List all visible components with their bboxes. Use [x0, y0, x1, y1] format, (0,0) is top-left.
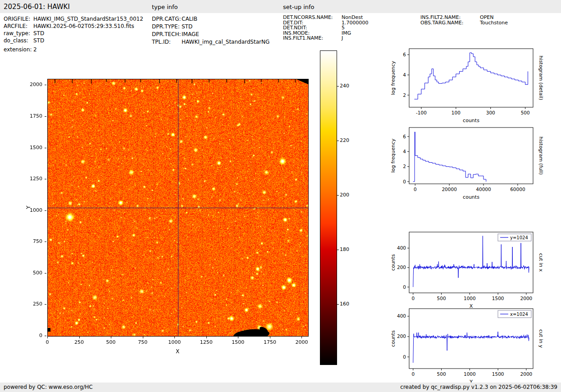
y-tick-label: 4: [403, 72, 406, 77]
x-tick-label: 250: [71, 339, 87, 345]
legend-label: y=1024: [510, 235, 528, 240]
x-tick-label: 0: [39, 339, 55, 345]
info-label: extension:: [4, 46, 33, 53]
y-tick-mark: [45, 242, 46, 242]
x-tick-label: 2000: [520, 371, 533, 377]
page-title: 2025-06-01: HAWKI: [4, 3, 70, 11]
cut-in-x-plot: 05001000150020000200400y=1024countscut i…: [388, 227, 545, 315]
y-axis-label: counts: [390, 330, 396, 347]
y-tick-label: 200: [397, 264, 406, 270]
info-label: DET.NCORRS.NAME:: [283, 15, 342, 20]
x-tick-label: 300: [486, 110, 495, 115]
x-tick-label: 1000: [464, 296, 476, 301]
y-tick-mark: [45, 336, 46, 336]
x-tick-label: 20000: [442, 187, 456, 192]
colorbar-tick-label: 200: [340, 192, 349, 198]
y-axis-label: log frequency: [390, 61, 396, 95]
info-value: J: [342, 35, 343, 41]
info-value: 1.7000000: [342, 20, 369, 26]
x-tick-label: 1500: [492, 296, 504, 301]
x-tick-label: 40000: [476, 187, 491, 192]
y-tick-label: 0: [26, 333, 42, 338]
x-tick-label: 2000: [520, 296, 533, 301]
x-tick-label: 500: [437, 371, 446, 377]
histogram-full-svg: 02000040000600000246log frequencyhistogr…: [388, 122, 545, 204]
y-tick-label: 500: [26, 270, 42, 276]
plot-right-title: histogram (full): [538, 137, 544, 175]
info-label: DET.NDIT:: [283, 25, 342, 31]
y-tick-label: 1000: [26, 207, 42, 213]
colorbar-tick-label: 220: [340, 137, 349, 143]
info-value: HAWKI_IMG_STD_StandardStar153_0012: [33, 16, 143, 22]
x-tick-mark: [47, 337, 48, 338]
type-info-heading: type info: [152, 4, 178, 10]
colorbar-tick-mark: [337, 195, 339, 196]
info-row-tplid: TPL.ID:HAWKI_img_cal_StandardStarNG: [152, 38, 269, 46]
y-tick-label: 200: [397, 333, 406, 339]
info-value: STD: [33, 30, 44, 36]
type-info-column: DPR.CATG:CALIB DPR.TYPE:STD DPR.TECH:IMA…: [152, 15, 269, 46]
y-tick-mark: [45, 85, 46, 85]
x-tick-mark: [238, 337, 238, 338]
info-value: 2: [33, 46, 37, 53]
colorbar-tick-mark: [337, 86, 339, 87]
info-row-origfile: ORIGFILE:HAWKI_IMG_STD_StandardStar153_0…: [4, 15, 143, 23]
y-axis-label: log frequency: [390, 138, 396, 173]
y-axis-label: counts: [390, 254, 396, 271]
x-tick-mark: [174, 337, 175, 338]
x-tick-label: 750: [135, 339, 151, 345]
info-row-filt1: INS.FILT1.NAME:J: [283, 36, 369, 41]
y-tick-label: 250: [26, 301, 42, 307]
info-value: STD: [182, 23, 192, 30]
info-label: INS.FILT1.NAME:: [283, 36, 342, 41]
y-tick-label: 400: [397, 313, 406, 319]
info-label: TPL.ID:: [152, 38, 182, 46]
histogram-detail-plot: -100100300500246log frequencyhistogram (…: [388, 43, 545, 129]
info-value: CALIB: [182, 16, 197, 22]
info-value: HAWKI.2025-06-02T05:29:33.510.fits: [33, 23, 134, 29]
colorbar-tick-label: 240: [340, 83, 349, 89]
y-tick-mark: [45, 179, 46, 179]
x-tick-mark: [206, 337, 207, 338]
y-tick-mark: [45, 273, 46, 273]
x-tick-label: 1000: [464, 371, 476, 377]
plot-frame: [409, 49, 533, 107]
info-row-ndit: DET.NDIT:5: [283, 25, 369, 31]
info-value: Touchstone: [480, 20, 508, 26]
colorbar-tick-mark: [337, 250, 339, 250]
y-tick-label: 2000: [26, 82, 42, 87]
histogram-detail-svg: -100100300500246log frequencyhistogram (…: [388, 43, 545, 127]
colorbar-tick-label: 160: [340, 301, 349, 307]
y-tick-label: 1250: [26, 176, 42, 182]
top-bar: 2025-06-01: HAWKI type info set-up info: [0, 0, 561, 13]
crosshair-horizontal: [48, 208, 308, 208]
x-tick-label: 2000: [293, 339, 310, 345]
info-label: raw_type:: [4, 30, 33, 37]
info-row-rawtype: raw_type:STD: [4, 30, 143, 37]
x-tick-label: 1750: [262, 339, 278, 345]
info-row-targname: OBS.TARG.NAME:Touchstone: [420, 20, 508, 26]
y-tick-mark: [45, 210, 46, 211]
info-label: DPR.TECH:: [152, 31, 182, 38]
detector-image-frame: [47, 79, 309, 337]
info-value: HAWKI_img_cal_StandardStarNG: [182, 39, 269, 45]
info-value: STD: [33, 37, 44, 44]
x-tick-label: 0: [414, 187, 417, 192]
x-tick-mark: [270, 337, 270, 338]
info-row-dprtype: DPR.TYPE:STD: [152, 23, 269, 31]
info-label: ORIGFILE:: [4, 15, 33, 23]
main-x-axis-label: X: [176, 348, 179, 355]
colorbar-tick-mark: [337, 304, 339, 305]
x-tick-label: 100: [452, 110, 461, 115]
footer-powered-by: powered by QC: www.eso.org/HC: [4, 383, 93, 392]
x-tick-label: 1250: [198, 339, 214, 345]
x-tick-label: 1000: [166, 339, 182, 345]
info-value: IMAGE: [182, 31, 199, 37]
x-tick-mark: [301, 337, 302, 338]
x-tick-label: 500: [103, 339, 119, 345]
info-row-dprtech: DPR.TECH:IMAGE: [152, 31, 269, 38]
info-label: OBS.TARG.NAME:: [420, 20, 480, 26]
y-tick-mark: [45, 116, 46, 117]
x-tick-label: 500: [437, 296, 446, 301]
info-label: ARCFILE:: [4, 23, 33, 30]
